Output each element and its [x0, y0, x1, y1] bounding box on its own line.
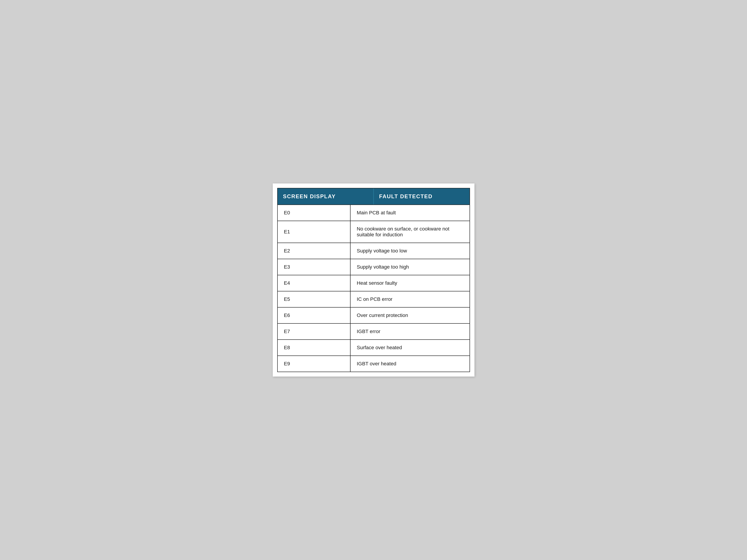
fault-description-e7: IGBT error: [351, 324, 469, 339]
table-row: E7IGBT error: [278, 323, 469, 339]
table-row: E9IGBT over heated: [278, 355, 469, 372]
error-code-e3: E3: [278, 259, 351, 275]
fault-description-e3: Supply voltage too high: [351, 259, 469, 275]
header-fault-detected: FAULT DETECTED: [374, 188, 469, 205]
table-body: E0Main PCB at faultE1No cookware on surf…: [278, 205, 469, 372]
table-row: E8Surface over heated: [278, 339, 469, 355]
table-header: SCREEN DISPLAY FAULT DETECTED: [278, 188, 469, 205]
table-row: E4Heat sensor faulty: [278, 275, 469, 291]
error-code-e0: E0: [278, 205, 351, 221]
error-code-e1: E1: [278, 221, 351, 243]
fault-description-e1: No cookware on surface, or cookware not …: [351, 221, 469, 243]
table-row: E2Supply voltage too low: [278, 243, 469, 259]
table-row: E1No cookware on surface, or cookware no…: [278, 221, 469, 243]
error-code-e9: E9: [278, 356, 351, 372]
error-code-e2: E2: [278, 243, 351, 259]
fault-description-e6: Over current protection: [351, 308, 469, 323]
error-code-e4: E4: [278, 275, 351, 291]
table-row: E5IC on PCB error: [278, 291, 469, 307]
error-code-e7: E7: [278, 324, 351, 339]
error-code-e6: E6: [278, 308, 351, 323]
header-screen-display: SCREEN DISPLAY: [278, 188, 374, 205]
error-code-e8: E8: [278, 340, 351, 355]
table-row: E0Main PCB at fault: [278, 205, 469, 221]
fault-description-e0: Main PCB at fault: [351, 205, 469, 221]
error-code-e5: E5: [278, 291, 351, 307]
table-row: E6Over current protection: [278, 307, 469, 323]
fault-description-e8: Surface over heated: [351, 340, 469, 355]
fault-description-e2: Supply voltage too low: [351, 243, 469, 259]
fault-description-e5: IC on PCB error: [351, 291, 469, 307]
fault-table: SCREEN DISPLAY FAULT DETECTED E0Main PCB…: [277, 188, 470, 372]
page-container: SCREEN DISPLAY FAULT DETECTED E0Main PCB…: [273, 183, 474, 377]
fault-description-e9: IGBT over heated: [351, 356, 469, 372]
table-row: E3Supply voltage too high: [278, 259, 469, 275]
fault-description-e4: Heat sensor faulty: [351, 275, 469, 291]
